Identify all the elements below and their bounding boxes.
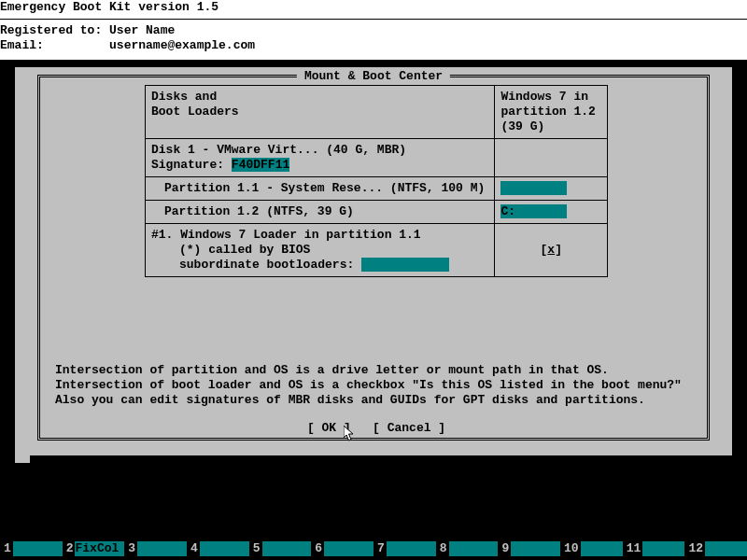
fkey-9[interactable]: 9 [498,541,560,556]
partition-1-2: Partition 1.2 (NTFS, 39 G) [146,201,495,223]
cancel-button[interactable]: [ Cancel ] [373,421,445,435]
fkey-10[interactable]: 10 [560,541,623,556]
help-line-2: Intersection of boot loader and OS is a … [55,378,698,393]
fkey-label: FixCol [75,541,124,556]
partition-row-2[interactable]: Partition 1.2 (NTFS, 39 G) C: [146,201,607,224]
dialog-title: Mount & Boot Center [297,69,450,84]
loader-line-3: subordinate bootloaders: [151,258,488,273]
disk-cell: Disk 1 - VMware Virt... (40 G, MBR) Sign… [146,139,495,176]
divider [0,19,747,20]
disk-line: Disk 1 - VMware Virt... (40 G, MBR) [151,143,488,158]
fkey-12[interactable]: 12 [684,541,747,556]
fkey-label [642,541,684,556]
reg-label: Registered to: [0,23,102,37]
loader-line-2: (*) called by BIOS [151,243,488,258]
partition-row-1[interactable]: Partition 1.1 - System Rese... (NTFS, 10… [146,177,607,201]
help-line-3: Also you can edit signatures of MBR disk… [55,393,698,408]
fkey-1[interactable]: 1 [0,541,63,556]
fkey-label [13,541,63,556]
fkey-num: 8 [436,541,449,556]
reg-value: User Name [109,23,175,37]
col-disks-header: Disks and Boot Loaders [146,86,495,138]
app-title: Emergency Boot Kit version 1.5 [0,0,747,15]
partition-1-2-os[interactable]: C: [495,201,607,223]
fkey-3[interactable]: 3 [124,541,187,556]
disk-os-cell [495,139,607,176]
fkey-num: 11 [623,541,643,556]
subordinate-block[interactable] [361,258,449,272]
disk-grid: Disks and Boot Loaders Windows 7 in part… [145,85,608,277]
fkey-5[interactable]: 5 [249,541,312,556]
fkey-2[interactable]: 2FixCol [63,541,125,556]
fkey-label [511,541,560,556]
fkey-4[interactable]: 4 [187,541,249,556]
fkey-num: 9 [498,541,511,556]
fkey-label [449,541,499,556]
fkey-label [200,541,249,556]
fkey-label [705,541,747,556]
email-value: username@example.com [109,38,255,52]
fkey-6[interactable]: 6 [311,541,374,556]
grid-header-row: Disks and Boot Loaders Windows 7 in part… [146,86,607,139]
fkey-8[interactable]: 8 [436,541,499,556]
signature-line: Signature: F40DFF11 [151,158,488,173]
fkey-label [262,541,312,556]
mouse-cursor-icon [344,426,355,442]
help-line-1: Intersection of partition and OS is a dr… [55,363,698,378]
fkey-num: 2 [63,541,76,556]
sig-label: Signature: [151,158,232,172]
loader-cell: #1. Windows 7 Loader in partition 1.1 (*… [146,224,495,276]
help-text: Intersection of partition and OS is a dr… [55,363,698,408]
fkey-num: 3 [124,541,137,556]
fkey-label [581,541,623,556]
fkey-11[interactable]: 11 [623,541,685,556]
col-os-header: Windows 7 in partition 1.2 (39 G) [495,86,607,138]
partition-1-1-os[interactable] [495,177,607,200]
disk-row: Disk 1 - VMware Virt... (40 G, MBR) Sign… [146,139,607,177]
email-label: Email: [0,38,44,52]
fkey-num: 4 [187,541,200,556]
fkey-num: 10 [560,541,581,556]
partition-1-1: Partition 1.1 - System Rese... (NTFS, 10… [146,177,495,200]
loader-row: #1. Windows 7 Loader in partition 1.1 (*… [146,224,607,276]
email-line: Email: username@example.com [0,38,747,53]
dialog-shadow-bottom [30,455,747,470]
loader-line-1: #1. Windows 7 Loader in partition 1.1 [151,228,488,243]
sig-value[interactable]: F40DFF11 [232,158,289,172]
registration-line: Registered to: User Name [0,23,747,38]
loader-checkbox-cell[interactable]: [x] [495,224,607,276]
fkey-label [387,541,436,556]
fkey-label [137,541,187,556]
button-row: [ OK ] [ Cancel ] [40,421,712,436]
header-bar: Emergency Boot Kit version 1.5 Registere… [0,0,747,60]
fkey-num: 1 [0,541,13,556]
fkey-num: 5 [249,541,262,556]
dialog-window: Mount & Boot Center Disks and Boot Loade… [15,67,732,463]
fkey-num: 7 [374,541,387,556]
fkey-bar: 1 2FixCol3 4 5 6 7 8 9 10 11 12 [0,541,747,556]
dialog-shadow-right [732,82,747,470]
fkey-num: 12 [684,541,705,556]
dialog-frame: Mount & Boot Center Disks and Boot Loade… [37,75,710,441]
fkey-7[interactable]: 7 [374,541,436,556]
loader-checkbox-x: x [547,243,555,257]
fkey-num: 6 [311,541,324,556]
fkey-label [324,541,374,556]
